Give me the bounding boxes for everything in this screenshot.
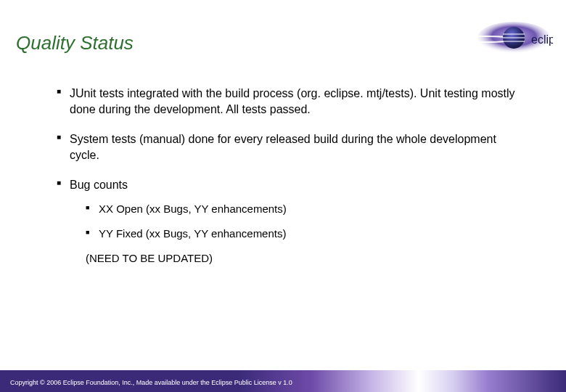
eclipse-logo: eclipse xyxy=(451,20,553,58)
footer-bar: Copyright © 2006 Eclipse Foundation, Inc… xyxy=(0,370,566,392)
sub-bullet-item: XX Open (xx Bugs, YY enhancements) xyxy=(86,202,521,216)
slide: Quality Status eclipse xyxy=(0,0,566,392)
copyright-text: Copyright © 2006 Eclipse Foundation, Inc… xyxy=(10,379,292,386)
sub-bullet-list: XX Open (xx Bugs, YY enhancements) YY Fi… xyxy=(86,202,521,242)
bullet-item: Bug counts XX Open (xx Bugs, YY enhancem… xyxy=(57,177,521,266)
bullet-item: System tests (manual) done for every rel… xyxy=(57,131,521,163)
bullet-list: JUnit tests integrated with the build pr… xyxy=(57,86,521,266)
update-note: (NEED TO BE UPDATED) xyxy=(86,251,521,266)
slide-title: Quality Status xyxy=(16,32,134,54)
slide-body: JUnit tests integrated with the build pr… xyxy=(57,86,521,281)
logo-text: eclipse xyxy=(531,33,553,46)
sub-bullet-item: YY Fixed (xx Bugs, YY enhancements) xyxy=(86,226,521,241)
bullet-item: JUnit tests integrated with the build pr… xyxy=(57,86,521,117)
bullet-label: Bug counts xyxy=(70,179,128,191)
